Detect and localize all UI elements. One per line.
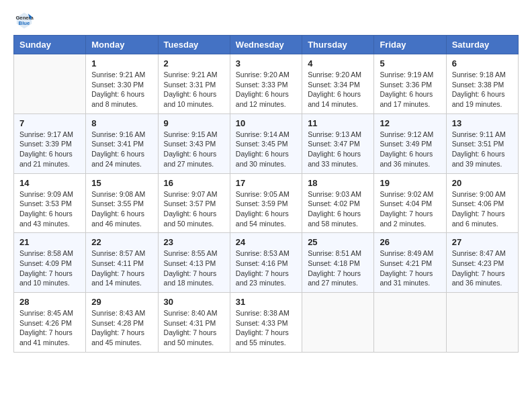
day-number: 7 <box>19 118 80 128</box>
day-number: 30 <box>164 297 224 307</box>
calendar-cell: 23Sunrise: 8:55 AM Sunset: 4:13 PM Dayli… <box>158 233 230 293</box>
day-detail: Sunrise: 8:47 AM Sunset: 4:23 PM Dayligh… <box>452 248 513 288</box>
page-header: General Blue <box>13 11 519 30</box>
weekday-header-tuesday: Tuesday <box>158 36 230 54</box>
calendar-cell: 31Sunrise: 8:38 AM Sunset: 4:33 PM Dayli… <box>230 293 302 353</box>
day-number: 16 <box>164 178 224 188</box>
day-detail: Sunrise: 8:45 AM Sunset: 4:26 PM Dayligh… <box>19 308 80 348</box>
day-number: 31 <box>236 297 296 307</box>
day-number: 24 <box>236 237 296 247</box>
day-detail: Sunrise: 9:08 AM Sunset: 3:55 PM Dayligh… <box>91 189 152 229</box>
calendar-cell: 29Sunrise: 8:43 AM Sunset: 4:28 PM Dayli… <box>86 293 158 353</box>
calendar-cell: 3Sunrise: 9:20 AM Sunset: 3:33 PM Daylig… <box>230 54 302 114</box>
day-number: 20 <box>452 178 513 188</box>
logo-icon: General Blue <box>15 11 34 30</box>
day-detail: Sunrise: 9:03 AM Sunset: 4:02 PM Dayligh… <box>308 189 368 229</box>
calendar-cell: 13Sunrise: 9:11 AM Sunset: 3:51 PM Dayli… <box>446 113 518 173</box>
day-number: 12 <box>380 118 440 128</box>
day-number: 18 <box>308 178 368 188</box>
day-number: 9 <box>164 118 224 128</box>
day-number: 25 <box>308 237 368 247</box>
calendar-body: 1Sunrise: 9:21 AM Sunset: 3:30 PM Daylig… <box>14 54 519 353</box>
logo: General Blue <box>13 11 35 30</box>
day-detail: Sunrise: 9:12 AM Sunset: 3:49 PM Dayligh… <box>380 130 440 169</box>
calendar-cell <box>302 293 374 353</box>
day-number: 6 <box>452 58 513 68</box>
day-number: 22 <box>91 237 152 247</box>
day-number: 4 <box>308 58 368 68</box>
day-number: 11 <box>308 118 368 128</box>
day-number: 2 <box>164 58 224 68</box>
day-detail: Sunrise: 9:14 AM Sunset: 3:45 PM Dayligh… <box>236 130 296 169</box>
day-detail: Sunrise: 9:16 AM Sunset: 3:41 PM Dayligh… <box>91 130 152 169</box>
calendar-cell: 1Sunrise: 9:21 AM Sunset: 3:30 PM Daylig… <box>86 54 158 114</box>
calendar-cell: 20Sunrise: 9:00 AM Sunset: 4:06 PM Dayli… <box>446 173 518 233</box>
calendar-week-row: 14Sunrise: 9:09 AM Sunset: 3:53 PM Dayli… <box>14 173 519 233</box>
calendar-week-row: 28Sunrise: 8:45 AM Sunset: 4:26 PM Dayli… <box>14 293 519 353</box>
day-number: 3 <box>236 58 296 68</box>
day-detail: Sunrise: 9:21 AM Sunset: 3:30 PM Dayligh… <box>91 70 152 109</box>
calendar-cell: 4Sunrise: 9:20 AM Sunset: 3:34 PM Daylig… <box>302 54 374 114</box>
day-detail: Sunrise: 9:17 AM Sunset: 3:39 PM Dayligh… <box>19 130 80 169</box>
calendar-cell: 14Sunrise: 9:09 AM Sunset: 3:53 PM Dayli… <box>14 173 86 233</box>
calendar-cell: 17Sunrise: 9:05 AM Sunset: 3:59 PM Dayli… <box>230 173 302 233</box>
day-detail: Sunrise: 8:53 AM Sunset: 4:16 PM Dayligh… <box>236 248 296 288</box>
calendar-cell: 19Sunrise: 9:02 AM Sunset: 4:04 PM Dayli… <box>374 173 446 233</box>
day-number: 29 <box>91 297 152 307</box>
calendar-cell: 6Sunrise: 9:18 AM Sunset: 3:38 PM Daylig… <box>446 54 518 114</box>
weekday-header-friday: Friday <box>374 36 446 54</box>
calendar-cell: 22Sunrise: 8:57 AM Sunset: 4:11 PM Dayli… <box>86 233 158 293</box>
day-number: 5 <box>380 58 440 68</box>
day-number: 13 <box>452 118 513 128</box>
day-detail: Sunrise: 8:40 AM Sunset: 4:31 PM Dayligh… <box>164 308 224 348</box>
calendar-week-row: 21Sunrise: 8:58 AM Sunset: 4:09 PM Dayli… <box>14 233 519 293</box>
day-number: 14 <box>19 178 80 188</box>
day-detail: Sunrise: 9:07 AM Sunset: 3:57 PM Dayligh… <box>164 189 224 229</box>
calendar-cell: 28Sunrise: 8:45 AM Sunset: 4:26 PM Dayli… <box>14 293 86 353</box>
day-number: 1 <box>91 58 152 68</box>
calendar-cell: 27Sunrise: 8:47 AM Sunset: 4:23 PM Dayli… <box>446 233 518 293</box>
calendar-cell: 30Sunrise: 8:40 AM Sunset: 4:31 PM Dayli… <box>158 293 230 353</box>
weekday-header-monday: Monday <box>86 36 158 54</box>
day-detail: Sunrise: 9:09 AM Sunset: 3:53 PM Dayligh… <box>19 189 80 229</box>
day-number: 27 <box>452 237 513 247</box>
day-number: 10 <box>236 118 296 128</box>
calendar-header: SundayMondayTuesdayWednesdayThursdayFrid… <box>14 36 519 54</box>
day-detail: Sunrise: 8:51 AM Sunset: 4:18 PM Dayligh… <box>308 248 368 288</box>
calendar-cell: 5Sunrise: 9:19 AM Sunset: 3:36 PM Daylig… <box>374 54 446 114</box>
day-detail: Sunrise: 9:05 AM Sunset: 3:59 PM Dayligh… <box>236 189 296 229</box>
day-detail: Sunrise: 8:43 AM Sunset: 4:28 PM Dayligh… <box>91 308 152 348</box>
calendar-cell: 9Sunrise: 9:15 AM Sunset: 3:43 PM Daylig… <box>158 113 230 173</box>
day-detail: Sunrise: 8:58 AM Sunset: 4:09 PM Dayligh… <box>19 248 80 288</box>
calendar-cell: 12Sunrise: 9:12 AM Sunset: 3:49 PM Dayli… <box>374 113 446 173</box>
calendar-cell: 7Sunrise: 9:17 AM Sunset: 3:39 PM Daylig… <box>14 113 86 173</box>
day-number: 15 <box>91 178 152 188</box>
day-detail: Sunrise: 9:11 AM Sunset: 3:51 PM Dayligh… <box>452 130 513 169</box>
calendar-cell <box>446 293 518 353</box>
day-detail: Sunrise: 9:18 AM Sunset: 3:38 PM Dayligh… <box>452 70 513 109</box>
calendar-cell: 16Sunrise: 9:07 AM Sunset: 3:57 PM Dayli… <box>158 173 230 233</box>
weekday-header-saturday: Saturday <box>446 36 518 54</box>
day-detail: Sunrise: 9:19 AM Sunset: 3:36 PM Dayligh… <box>380 70 440 109</box>
calendar-cell: 18Sunrise: 9:03 AM Sunset: 4:02 PM Dayli… <box>302 173 374 233</box>
calendar-cell: 21Sunrise: 8:58 AM Sunset: 4:09 PM Dayli… <box>14 233 86 293</box>
day-detail: Sunrise: 9:20 AM Sunset: 3:33 PM Dayligh… <box>236 70 296 109</box>
calendar-cell: 25Sunrise: 8:51 AM Sunset: 4:18 PM Dayli… <box>302 233 374 293</box>
day-number: 19 <box>380 178 440 188</box>
calendar-cell: 15Sunrise: 9:08 AM Sunset: 3:55 PM Dayli… <box>86 173 158 233</box>
calendar-table: SundayMondayTuesdayWednesdayThursdayFrid… <box>13 35 519 353</box>
calendar-cell: 8Sunrise: 9:16 AM Sunset: 3:41 PM Daylig… <box>86 113 158 173</box>
day-number: 28 <box>19 297 80 307</box>
day-detail: Sunrise: 9:13 AM Sunset: 3:47 PM Dayligh… <box>308 130 368 169</box>
calendar-cell <box>14 54 86 114</box>
day-number: 8 <box>91 118 152 128</box>
day-detail: Sunrise: 8:49 AM Sunset: 4:21 PM Dayligh… <box>380 248 440 288</box>
calendar-cell: 26Sunrise: 8:49 AM Sunset: 4:21 PM Dayli… <box>374 233 446 293</box>
day-detail: Sunrise: 8:55 AM Sunset: 4:13 PM Dayligh… <box>164 248 224 288</box>
day-detail: Sunrise: 9:21 AM Sunset: 3:31 PM Dayligh… <box>164 70 224 109</box>
calendar-cell <box>374 293 446 353</box>
calendar-cell: 2Sunrise: 9:21 AM Sunset: 3:31 PM Daylig… <box>158 54 230 114</box>
weekday-header-thursday: Thursday <box>302 36 374 54</box>
day-detail: Sunrise: 9:02 AM Sunset: 4:04 PM Dayligh… <box>380 189 440 229</box>
calendar-cell: 10Sunrise: 9:14 AM Sunset: 3:45 PM Dayli… <box>230 113 302 173</box>
